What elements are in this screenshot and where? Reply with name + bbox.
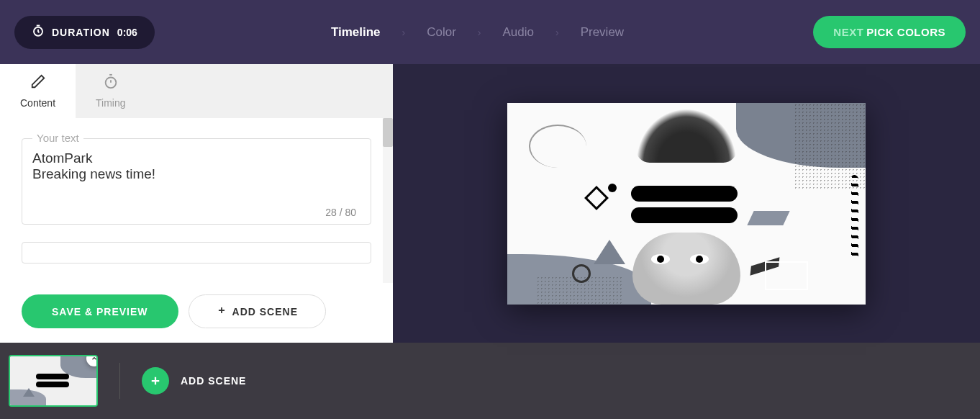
add-scene-bottom[interactable]: ADD SCENE [142,367,246,395]
next-field-preview[interactable] [22,242,371,263]
clock-icon [32,24,45,40]
thumbnail-artwork [10,356,96,405]
preview-artwork [507,103,866,305]
chevron-up-icon [91,355,98,362]
add-scene-label: ADD SCENE [181,375,246,387]
divider [119,363,120,399]
app-header: DURATION 0:06 Timeline › Color › Audio ›… [0,0,980,64]
pencil-icon [30,73,46,93]
save-preview-button[interactable]: SAVE & PREVIEW [22,294,178,328]
editor-tabs: Content Timing [0,64,393,118]
preview-panel [393,64,980,343]
timeline-bar: ADD SCENE [0,343,980,419]
duration-pill[interactable]: DURATION 0:06 [14,16,155,49]
char-current: 28 [325,207,337,218]
text-input[interactable] [32,150,360,201]
plus-circle-icon [142,367,169,395]
field-label: Your text [32,132,83,144]
duration-label: DURATION [52,27,110,38]
char-count: 28 / 80 [32,207,360,218]
scrollbar[interactable] [383,118,393,283]
nav-step-preview[interactable]: Preview [559,25,645,40]
tab-content[interactable]: Content [0,64,76,118]
next-button[interactable]: NEXTPICK COLORS [813,16,966,48]
main-area: Content Timing Your text 28 / 80 [0,64,980,343]
preview-canvas[interactable] [507,103,866,305]
next-action: PICK COLORS [866,26,945,38]
tab-label: Content [20,97,55,109]
add-scene-button[interactable]: ADD SCENE [189,294,326,328]
action-bar: SAVE & PREVIEW ADD SCENE [0,283,393,343]
duration-time: 0:06 [117,27,137,38]
stopwatch-icon [103,73,119,93]
scrollbar-thumb[interactable] [383,118,393,147]
tabs-spacer [146,64,393,118]
tab-label: Timing [96,97,126,109]
left-panel: Content Timing Your text 28 / 80 [0,64,393,343]
nav-step-audio[interactable]: Audio [481,25,555,40]
content-area: Your text 28 / 80 [0,118,393,283]
nav-step-timeline[interactable]: Timeline [309,25,402,40]
text-field-wrapper: Your text 28 / 80 [22,138,371,225]
add-scene-label: ADD SCENE [232,306,298,317]
plus-icon [217,305,227,317]
next-prefix: NEXT [833,26,863,38]
tab-timing[interactable]: Timing [76,64,146,118]
nav-step-color[interactable]: Color [405,25,478,40]
step-nav: Timeline › Color › Audio › Preview [309,25,645,40]
scene-thumbnail[interactable] [9,355,98,407]
char-max: 80 [345,207,356,218]
